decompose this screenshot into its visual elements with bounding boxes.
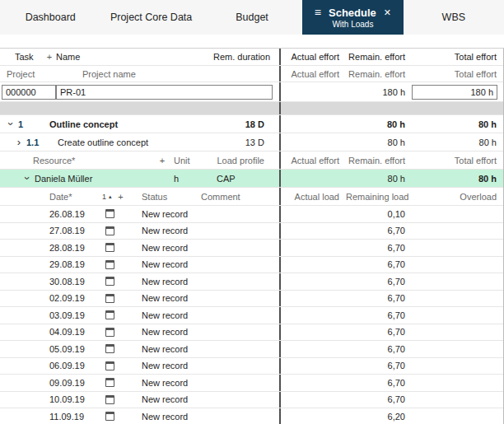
col-name: Name	[56, 52, 213, 62]
col-date: Date*	[49, 192, 102, 202]
task-row-1-1[interactable]: › 1.1 Create outline concept 13 D 80 h 8…	[0, 133, 503, 151]
date-value: 10.09.19	[49, 394, 102, 404]
remaining-load-value: 6,70	[346, 243, 412, 253]
resource-load-profile: CAP	[207, 174, 279, 184]
project-remain-effort: 180 h	[346, 87, 412, 97]
task-header-row: Task + Name Rem. duration Actual effort …	[0, 49, 503, 66]
remaining-load-value: 6,20	[346, 412, 412, 422]
status-value: New record	[142, 412, 201, 422]
separator-band	[0, 102, 503, 115]
task-name: Outline concept	[49, 119, 213, 129]
add-date-button[interactable]: +	[114, 192, 128, 202]
tab-budget[interactable]: Budget	[202, 0, 302, 35]
project-total-effort-input[interactable]	[412, 85, 497, 100]
add-task-button[interactable]: +	[43, 52, 56, 62]
date-row[interactable]: 26.08.19 New record 0,10	[0, 206, 503, 223]
date-value: 09.09.19	[49, 378, 102, 388]
remaining-load-value: 6,70	[346, 327, 412, 337]
task-row-1[interactable]: › 1 Outline concept 18 D 80 h 80 h	[0, 115, 503, 133]
date-row[interactable]: 10.09.19 New record 6,70	[0, 392, 503, 409]
status-value: New record	[142, 226, 201, 235]
project-row[interactable]: 180 h	[0, 82, 503, 102]
chevron-down-icon[interactable]: ›	[3, 119, 18, 129]
col-project: Project	[0, 69, 82, 79]
date-row[interactable]: 05.09.19 New record 6,70	[0, 341, 503, 358]
calendar-icon[interactable]	[105, 226, 114, 235]
date-value: 26.08.19	[49, 209, 102, 219]
resource-row[interactable]: › Daniela Müller h CAP 80 h 80 h	[0, 170, 503, 188]
add-resource-button[interactable]: +	[156, 156, 169, 165]
tab-schedule[interactable]: ≡ Schedule ✕ With Loads	[302, 0, 403, 35]
task-duration: 18 D	[213, 119, 279, 129]
status-value: New record	[142, 277, 201, 287]
date-value: 29.08.19	[49, 259, 102, 269]
task-remain-effort: 80 h	[346, 137, 412, 147]
col-actual-effort-3: Actual effort	[281, 156, 346, 165]
tab-gap	[0, 35, 504, 48]
date-row[interactable]: 11.09.19 New record 6,20	[0, 408, 503, 424]
remaining-load-value: 6,70	[346, 293, 412, 303]
status-value: New record	[142, 259, 201, 269]
date-value: 27.08.19	[49, 226, 102, 235]
date-row[interactable]: 06.09.19 New record 6,70	[0, 358, 503, 375]
calendar-icon[interactable]	[105, 294, 114, 303]
date-row[interactable]: 29.08.19 New record 6,70	[0, 257, 503, 274]
status-value: New record	[142, 378, 201, 388]
status-value: New record	[142, 327, 201, 337]
chevron-right-icon[interactable]: ›	[12, 137, 26, 147]
date-value: 05.09.19	[49, 344, 102, 354]
app: Dashboard Project Core Data Budget ≡ Sch…	[0, 0, 504, 424]
col-remain-effort: Remain. effort	[346, 52, 412, 62]
schedule-table: Task + Name Rem. duration Actual effort …	[0, 48, 504, 424]
col-actual-effort-2: Actual effort	[281, 69, 346, 79]
sort-ascending-icon[interactable]: 1 ▴ +	[102, 192, 142, 202]
col-remain-effort-2: Remain. effort	[346, 69, 412, 79]
project-id-input[interactable]	[2, 85, 56, 100]
calendar-icon[interactable]	[105, 243, 114, 252]
project-header-row: Project Project name Actual effort Remai…	[0, 66, 503, 82]
date-row[interactable]: 28.08.19 New record 6,70	[0, 240, 503, 257]
col-total-effort: Total effort	[412, 52, 503, 62]
task-number: 1	[18, 119, 49, 129]
close-icon[interactable]: ✕	[384, 8, 391, 17]
col-remaining-load: Remaining load	[346, 192, 412, 202]
calendar-icon[interactable]	[105, 378, 114, 387]
status-value: New record	[142, 243, 201, 253]
status-value: New record	[142, 361, 201, 370]
date-row[interactable]: 27.08.19 New record 6,70	[0, 223, 503, 240]
menu-icon[interactable]: ≡	[315, 7, 321, 18]
resource-total-effort: 80 h	[412, 174, 503, 184]
date-row[interactable]: 02.09.19 New record 6,70	[0, 291, 503, 308]
date-row[interactable]: 04.09.19 New record 6,70	[0, 324, 503, 342]
calendar-icon[interactable]	[105, 260, 114, 269]
col-total-effort-2: Total effort	[412, 69, 503, 79]
date-row[interactable]: 03.09.19 New record 6,70	[0, 307, 503, 324]
calendar-icon[interactable]	[105, 328, 114, 337]
resource-remain-effort: 80 h	[346, 174, 412, 184]
tab-dashboard[interactable]: Dashboard	[0, 0, 100, 35]
tab-project-core-data[interactable]: Project Core Data	[100, 0, 201, 35]
remaining-load-value: 6,70	[346, 277, 412, 287]
task-name: Create outline concept	[58, 137, 213, 147]
date-row[interactable]: 30.08.19 New record 6,70	[0, 273, 503, 291]
calendar-icon[interactable]	[105, 344, 114, 353]
status-value: New record	[142, 310, 201, 320]
calendar-icon[interactable]	[105, 209, 114, 218]
tab-bar: Dashboard Project Core Data Budget ≡ Sch…	[0, 0, 504, 35]
calendar-icon[interactable]	[105, 395, 114, 404]
chevron-down-icon[interactable]: ›	[20, 173, 35, 184]
tab-wbs[interactable]: WBS	[404, 0, 504, 35]
resource-unit: h	[169, 174, 207, 184]
remaining-load-value: 6,70	[346, 361, 412, 370]
calendar-icon[interactable]	[105, 310, 114, 319]
project-name-input[interactable]	[56, 85, 273, 100]
tab-schedule-label: Schedule	[329, 7, 376, 19]
tab-schedule-sublabel: With Loads	[332, 20, 373, 29]
col-total-effort-3: Total effort	[412, 156, 503, 165]
calendar-icon[interactable]	[105, 412, 114, 421]
date-row[interactable]: 09.09.19 New record 6,70	[0, 375, 503, 392]
date-value: 03.09.19	[49, 310, 102, 320]
calendar-icon[interactable]	[105, 361, 114, 370]
calendar-icon[interactable]	[105, 277, 114, 286]
remaining-load-value: 0,10	[346, 209, 412, 219]
